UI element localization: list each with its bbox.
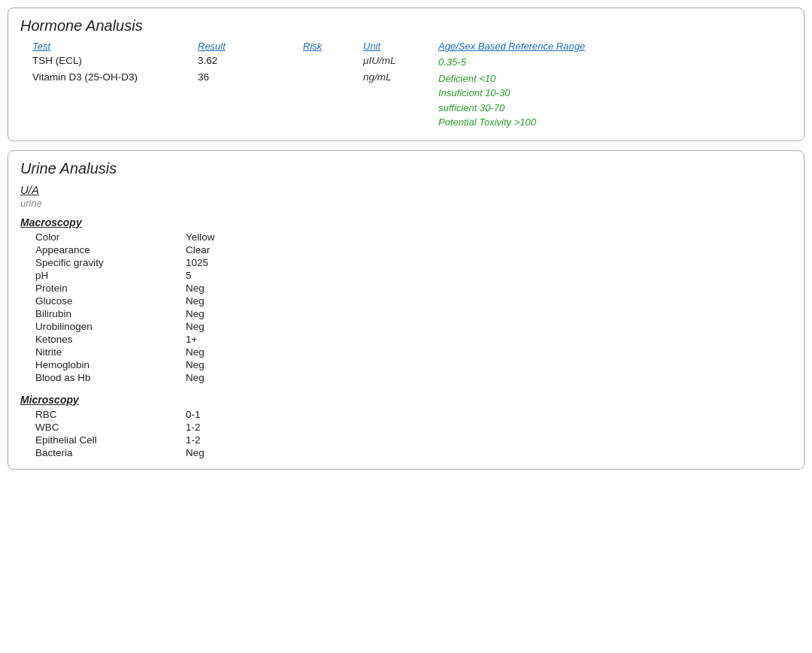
macro-result-sg: 1025 [186, 257, 208, 268]
macroscopy-row-glucose: Glucose Neg [20, 295, 792, 307]
macroscopy-row-sg: Specific gravity 1025 [20, 257, 792, 268]
macro-result-appearance: Clear [186, 244, 210, 255]
macroscopy-row-ph: pH 5 [20, 270, 792, 281]
macroscopy-row-appearance: Appearance Clear [20, 244, 792, 255]
macro-test-ketones: Ketones [35, 334, 186, 345]
macro-test-nitrite: Nitrite [35, 346, 186, 358]
macro-result-color: Yellow [186, 231, 215, 243]
macro-test-urobilinogen: Urobilinogen [35, 321, 186, 332]
macro-test-protein: Protein [35, 283, 186, 294]
macro-test-glucose: Glucose [35, 295, 186, 307]
tsh-ref: 0.35-5 [438, 55, 792, 70]
tsh-test: TSH (ECL) [32, 55, 198, 70]
vitd3-test: Vitamin D3 (25-OH-D3) [32, 71, 198, 130]
micro-result-bacteria: Neg [186, 447, 205, 458]
hormone-col-test: Test [32, 41, 198, 52]
tsh-result: 3.62 [198, 55, 303, 70]
hormone-col-unit: Unit [363, 41, 438, 52]
hormone-row-vitd3: Vitamin D3 (25-OH-D3) 36 ng/mL Deficient… [20, 71, 792, 130]
macroscopy-row-nitrite: Nitrite Neg [20, 346, 792, 358]
hormone-title: Hormone Analusis [20, 17, 792, 35]
micro-result-epi-cell: 1-2 [186, 434, 201, 446]
macro-result-bilirubin: Neg [186, 308, 205, 319]
macroscopy-row-blood-hb: Blood as Hb Neg [20, 372, 792, 383]
vitd3-unit: ng/mL [363, 71, 438, 130]
macro-test-bilirubin: Bilirubin [35, 308, 186, 319]
hormone-row-tsh: TSH (ECL) 3.62 μIU/mL 0.35-5 [20, 55, 792, 70]
urine-panel-label: U/A [20, 183, 792, 196]
vitd3-ref: Deficient <10 Insuficiont 10-30 sufficie… [438, 71, 792, 130]
micro-test-epi-cell: Epithelial Cell [35, 434, 186, 446]
urine-panel-sublabel: urine [20, 198, 792, 209]
macroscopy-row-bilirubin: Bilirubin Neg [20, 308, 792, 319]
macroscopy-row-color: Color Yellow [20, 231, 792, 243]
macroscopy-title: Macroscopy [20, 216, 792, 228]
micro-result-wbc: 1-2 [186, 422, 201, 433]
hormone-header-row: Test Result Risk Unit Age/Sex Based Refe… [20, 41, 792, 52]
macro-result-hemoglobin: Neg [186, 359, 205, 370]
macro-test-appearance: Appearance [35, 244, 186, 255]
microscopy-title: Microscopy [20, 394, 792, 406]
urine-section: Urine Analusis U/A urine Macroscopy Colo… [8, 150, 804, 470]
hormone-col-risk: Risk [303, 41, 363, 52]
microscopy-row-epi-cell: Epithelial Cell 1-2 [20, 434, 792, 446]
macro-test-ph: pH [35, 270, 186, 281]
microscopy-row-wbc: WBC 1-2 [20, 422, 792, 433]
tsh-risk [303, 55, 363, 70]
microscopy-row-bacteria: Bacteria Neg [20, 447, 792, 458]
tsh-unit: μIU/mL [363, 55, 438, 70]
micro-test-wbc: WBC [35, 422, 186, 433]
macro-result-glucose: Neg [186, 295, 205, 307]
macro-result-protein: Neg [186, 283, 205, 294]
macro-result-ketones: 1+ [186, 334, 197, 345]
hormone-col-result: Result [198, 41, 303, 52]
macroscopy-row-urobilinogen: Urobilinogen Neg [20, 321, 792, 332]
microscopy-row-rbc: RBC 0-1 [20, 409, 792, 420]
hormone-section: Hormone Analusis Test Result Risk Unit A… [8, 8, 804, 141]
micro-test-bacteria: Bacteria [35, 447, 186, 458]
vitd3-result: 36 [198, 71, 303, 130]
urine-title: Urine Analusis [20, 160, 792, 177]
macro-test-blood-hb: Blood as Hb [35, 372, 186, 383]
vitd3-risk [303, 71, 363, 130]
macroscopy-row-protein: Protein Neg [20, 283, 792, 294]
hormone-col-ref: Age/Sex Based Reference Range [438, 41, 792, 52]
macro-result-nitrite: Neg [186, 346, 205, 358]
micro-result-rbc: 0-1 [186, 409, 201, 420]
macro-result-urobilinogen: Neg [186, 321, 205, 332]
macro-test-sg: Specific gravity [35, 257, 186, 268]
macroscopy-row-ketones: Ketones 1+ [20, 334, 792, 345]
micro-test-rbc: RBC [35, 409, 186, 420]
macro-test-color: Color [35, 231, 186, 243]
macro-result-blood-hb: Neg [186, 372, 205, 383]
macroscopy-row-hemoglobin: Hemoglobin Neg [20, 359, 792, 370]
macro-test-hemoglobin: Hemoglobin [35, 359, 186, 370]
macro-result-ph: 5 [186, 270, 192, 281]
